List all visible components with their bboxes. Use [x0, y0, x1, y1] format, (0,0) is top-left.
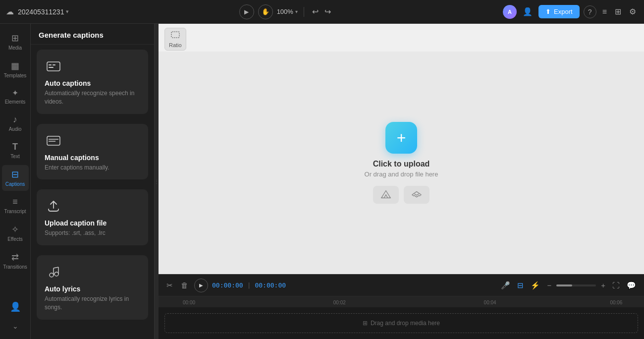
play-icon: ▶: [244, 8, 249, 15]
profile-icon: 👤: [10, 301, 21, 312]
timeline-mic-button[interactable]: 🎤: [499, 279, 512, 292]
svg-rect-1: [49, 64, 52, 65]
timeline-captions-button[interactable]: ⊟: [515, 279, 526, 292]
preview-play-button[interactable]: ▶: [239, 4, 254, 19]
drop-zone-label: Drag and drop media here: [371, 320, 440, 327]
ratio-icon: [171, 30, 180, 41]
canvas-main[interactable]: + Click to upload Or drag and drop file …: [159, 52, 644, 274]
layout-button[interactable]: ⊞: [613, 5, 623, 18]
sidebar-item-more[interactable]: ⌄: [2, 318, 29, 334]
elements-icon: ✦: [12, 88, 18, 98]
sidebar-item-effects[interactable]: ✧ Effects: [2, 220, 29, 246]
project-name-dropdown[interactable]: 202405311231 ▾: [18, 8, 69, 16]
timeline-play-icon: ▶: [199, 282, 203, 288]
sidebar-item-captions[interactable]: ⊟ Captions: [2, 165, 29, 191]
zoom-control[interactable]: 100% ▾: [277, 8, 298, 15]
auto-lyrics-icon: [45, 263, 62, 281]
canvas-toolbar: Ratio: [159, 24, 644, 52]
more-icon: ⌄: [12, 322, 18, 330]
timeline-tracks[interactable]: ⊞ Drag and drop media here: [159, 307, 644, 339]
export-button[interactable]: ⬆ Export: [538, 5, 580, 18]
cloud-icon: ☁: [6, 7, 14, 16]
upload-plus-button[interactable]: +: [385, 122, 417, 154]
settings-button[interactable]: ⚙: [627, 5, 638, 18]
chevron-down-icon: ▾: [66, 8, 69, 15]
auto-lyrics-title: Auto lyrics: [45, 285, 140, 293]
svg-rect-2: [53, 64, 55, 65]
timeline-trim-button[interactable]: ✂: [164, 279, 175, 292]
undo-button[interactable]: ↩: [310, 5, 321, 18]
auto-captions-card[interactable]: Auto captions Automatically recognize sp…: [37, 50, 148, 114]
timeline-delete-button[interactable]: 🗑: [179, 279, 190, 291]
sidebar-item-templates[interactable]: ▦ Templates: [2, 56, 29, 82]
auto-captions-title: Auto captions: [45, 79, 140, 87]
icon-sidebar: ⊞ Media ▦ Templates ✦ Elements ♪ Audio T…: [0, 24, 31, 339]
upload-service-buttons: [373, 186, 429, 204]
help-button[interactable]: ?: [584, 5, 596, 18]
profile-button[interactable]: 👤: [521, 5, 535, 18]
audio-icon: ♪: [13, 114, 17, 125]
timeline: ✂ 🗑 ▶ 00:00:00 | 00:00:00 🎤 ⊟ ⚡ − +: [159, 274, 644, 339]
effects-icon: ✧: [11, 224, 19, 235]
captions-panel: Generate captions Auto captions Automati…: [31, 24, 155, 339]
media-drop-zone[interactable]: ⊞ Drag and drop media here: [164, 313, 638, 333]
redo-button[interactable]: ↪: [322, 5, 333, 18]
timeline-fullscreen-button[interactable]: ⛶: [610, 279, 622, 291]
auto-lyrics-desc: Automatically recognize lyrics in songs.: [45, 295, 140, 312]
timeline-right-controls: 🎤 ⊟ ⚡ − + ⛶ 💬: [499, 279, 638, 292]
ratio-button[interactable]: Ratio: [164, 28, 186, 51]
dropbox-button[interactable]: [404, 186, 429, 204]
top-bar-center: ▶ ✋ 100% ▾ ↩ ↪: [239, 4, 333, 19]
manual-captions-card[interactable]: Manual captions Enter captions manually.: [37, 124, 148, 180]
svg-point-7: [50, 273, 54, 277]
transitions-icon: ⇄: [11, 252, 19, 263]
panel-resize-handle[interactable]: ⋮: [155, 24, 159, 339]
transcript-icon: ≡: [12, 197, 18, 207]
sidebar-item-text[interactable]: T Text: [2, 138, 29, 163]
timeline-split-button[interactable]: ⚡: [529, 279, 542, 292]
upload-area: + Click to upload Or drag and drop file …: [365, 122, 438, 204]
plus-icon: +: [397, 129, 406, 147]
top-bar-right: A 👤 ⬆ Export ? ≡ ⊞ ⚙: [503, 5, 638, 19]
sidebar-item-label-templates: Templates: [4, 73, 27, 78]
undo-redo-group: ↩ ↪: [310, 5, 333, 18]
menu-button[interactable]: ≡: [600, 5, 609, 18]
captions-icon: ⊟: [11, 169, 19, 180]
top-bar: ☁ 202405311231 ▾ ▶ ✋ 100% ▾ ↩ ↪ A 👤 ⬆ Ex…: [0, 0, 644, 24]
sidebar-item-label-effects: Effects: [7, 236, 22, 242]
upload-sub-text: Or drag and drop file here: [365, 170, 438, 178]
sidebar-item-label-media: Media: [8, 45, 22, 51]
hand-tool-button[interactable]: ✋: [258, 4, 273, 19]
sidebar-item-transcript[interactable]: ≡ Transcript: [2, 193, 29, 218]
manual-captions-title: Manual captions: [45, 154, 140, 162]
sidebar-item-label-audio: Audio: [9, 126, 22, 132]
svg-line-11: [54, 267, 58, 268]
sidebar-item-audio[interactable]: ♪ Audio: [2, 111, 29, 136]
hand-icon: ✋: [262, 8, 269, 15]
timeline-zoom-slider[interactable]: [556, 284, 596, 286]
media-icon: ⊞: [11, 33, 19, 44]
upload-caption-card[interactable]: Upload caption file Supports: .srt, .ass…: [37, 189, 148, 245]
timeline-zoom-minus-button[interactable]: −: [545, 279, 553, 291]
timeline-zoom-plus-button[interactable]: +: [599, 279, 607, 291]
timecode-separator: |: [247, 282, 251, 289]
svg-point-8: [54, 272, 58, 276]
auto-lyrics-card[interactable]: Auto lyrics Automatically recognize lyri…: [37, 255, 148, 320]
timeline-comment-button[interactable]: 💬: [625, 279, 638, 292]
svg-rect-4: [47, 136, 60, 145]
timeline-play-button[interactable]: ▶: [194, 279, 208, 292]
svg-rect-0: [47, 62, 60, 71]
manual-captions-icon: [45, 132, 62, 150]
sidebar-item-elements[interactable]: ✦ Elements: [2, 84, 29, 109]
sidebar-item-media[interactable]: ⊞ Media: [2, 29, 29, 55]
canvas-area: Ratio + Click to upload Or drag and drop…: [159, 24, 644, 274]
sidebar-item-profile[interactable]: 👤: [2, 297, 29, 316]
auto-captions-desc: Automatically recognize speech in videos…: [45, 89, 140, 106]
google-drive-button[interactable]: [373, 186, 399, 204]
avatar: A: [503, 5, 517, 19]
ruler-mark-2: 00:04: [484, 300, 496, 305]
sidebar-item-label-transitions: Transitions: [3, 264, 27, 270]
sidebar-item-label-transcript: Transcript: [4, 209, 26, 214]
sidebar-item-transitions[interactable]: ⇄ Transitions: [2, 248, 29, 274]
ruler-mark-0: 00:00: [183, 300, 195, 305]
